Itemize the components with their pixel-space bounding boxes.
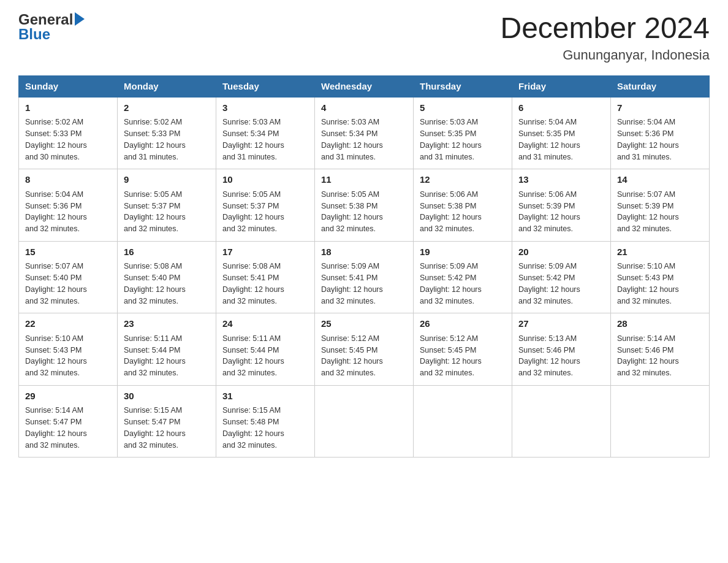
sunrise-label: Sunrise: 5:06 AM <box>420 190 478 199</box>
day-number: 18 <box>321 245 407 259</box>
daylight-label: Daylight: 12 hours <box>518 285 580 294</box>
day-number: 5 <box>420 101 506 115</box>
day-number: 25 <box>321 317 407 331</box>
daylight-label: Daylight: 12 hours <box>25 357 87 366</box>
calendar-week-row: 22 Sunrise: 5:10 AM Sunset: 5:43 PM Dayl… <box>19 313 710 386</box>
daylight-label: Daylight: 12 hours <box>222 213 284 221</box>
daylight-label: Daylight: 12 hours <box>124 141 186 150</box>
sunset-label: Sunset: 5:43 PM <box>617 274 673 282</box>
daylight-label: Daylight: 12 hours <box>222 285 284 294</box>
sunrise-label: Sunrise: 5:05 AM <box>222 190 281 199</box>
daylight-cont: and 31 minutes. <box>420 153 474 161</box>
sunrise-label: Sunrise: 5:04 AM <box>518 118 577 126</box>
day-number: 19 <box>420 245 506 259</box>
logo-blue-text: Blue <box>18 27 50 42</box>
day-number: 2 <box>124 101 210 115</box>
daylight-label: Daylight: 12 hours <box>518 141 580 150</box>
daylight-cont: and 32 minutes. <box>321 369 376 377</box>
calendar-cell: 4 Sunrise: 5:03 AM Sunset: 5:34 PM Dayli… <box>315 97 414 169</box>
daylight-label: Daylight: 12 hours <box>25 429 87 438</box>
daylight-cont: and 32 minutes. <box>25 297 80 305</box>
sunrise-label: Sunrise: 5:07 AM <box>617 190 675 199</box>
calendar-cell: 24 Sunrise: 5:11 AM Sunset: 5:44 PM Dayl… <box>216 313 315 386</box>
calendar-cell: 11 Sunrise: 5:05 AM Sunset: 5:38 PM Dayl… <box>315 169 414 242</box>
sunset-label: Sunset: 5:48 PM <box>222 418 279 426</box>
calendar-cell: 12 Sunrise: 5:06 AM Sunset: 5:38 PM Dayl… <box>414 169 512 242</box>
sunrise-label: Sunrise: 5:03 AM <box>321 118 379 126</box>
sunset-label: Sunset: 5:40 PM <box>124 274 180 282</box>
daylight-label: Daylight: 12 hours <box>321 141 383 150</box>
daylight-cont: and 32 minutes. <box>222 441 277 450</box>
sunset-label: Sunset: 5:35 PM <box>518 129 575 138</box>
daylight-cont: and 32 minutes. <box>617 224 672 233</box>
header-cell-sunday: Sunday <box>19 75 118 97</box>
daylight-cont: and 32 minutes. <box>321 297 376 305</box>
header-cell-thursday: Thursday <box>414 75 512 97</box>
calendar-cell: 22 Sunrise: 5:10 AM Sunset: 5:43 PM Dayl… <box>19 313 118 386</box>
daylight-label: Daylight: 12 hours <box>617 213 679 221</box>
header-cell-wednesday: Wednesday <box>315 75 414 97</box>
calendar-cell: 10 Sunrise: 5:05 AM Sunset: 5:37 PM Dayl… <box>216 169 315 242</box>
day-number: 21 <box>617 245 703 259</box>
sunrise-label: Sunrise: 5:08 AM <box>222 262 281 270</box>
calendar-week-row: 15 Sunrise: 5:07 AM Sunset: 5:40 PM Dayl… <box>19 241 710 313</box>
sunset-label: Sunset: 5:47 PM <box>124 418 180 426</box>
logo-arrow-icon <box>75 12 85 26</box>
sunset-label: Sunset: 5:38 PM <box>321 202 377 210</box>
day-number: 20 <box>518 245 604 259</box>
sunset-label: Sunset: 5:38 PM <box>420 202 476 210</box>
sunrise-label: Sunrise: 5:02 AM <box>25 118 83 126</box>
sunset-label: Sunset: 5:33 PM <box>124 129 180 138</box>
calendar-cell: 19 Sunrise: 5:09 AM Sunset: 5:42 PM Dayl… <box>414 241 512 313</box>
month-title: December 2024 <box>500 12 710 45</box>
daylight-cont: and 32 minutes. <box>25 224 80 233</box>
sunrise-label: Sunrise: 5:11 AM <box>124 334 182 343</box>
location-subtitle: Gununganyar, Indonesia <box>500 47 710 63</box>
daylight-label: Daylight: 12 hours <box>321 357 383 366</box>
sunrise-label: Sunrise: 5:15 AM <box>222 406 281 415</box>
calendar-week-row: 29 Sunrise: 5:14 AM Sunset: 5:47 PM Dayl… <box>19 385 710 458</box>
daylight-label: Daylight: 12 hours <box>617 141 679 150</box>
sunset-label: Sunset: 5:42 PM <box>420 274 476 282</box>
day-number: 12 <box>420 173 506 187</box>
day-number: 3 <box>222 101 308 115</box>
calendar-cell: 6 Sunrise: 5:04 AM Sunset: 5:35 PM Dayli… <box>512 97 611 169</box>
daylight-cont: and 32 minutes. <box>124 441 178 450</box>
sunset-label: Sunset: 5:45 PM <box>321 346 377 354</box>
sunset-label: Sunset: 5:44 PM <box>222 346 279 354</box>
logo: General Blue <box>18 12 85 42</box>
daylight-cont: and 32 minutes. <box>124 297 178 305</box>
sunrise-label: Sunrise: 5:09 AM <box>518 262 577 270</box>
calendar-cell: 23 Sunrise: 5:11 AM Sunset: 5:44 PM Dayl… <box>118 313 216 386</box>
calendar-cell: 26 Sunrise: 5:12 AM Sunset: 5:45 PM Dayl… <box>414 313 512 386</box>
calendar-cell: 18 Sunrise: 5:09 AM Sunset: 5:41 PM Dayl… <box>315 241 414 313</box>
calendar-body: 1 Sunrise: 5:02 AM Sunset: 5:33 PM Dayli… <box>19 97 710 458</box>
daylight-label: Daylight: 12 hours <box>124 213 186 221</box>
day-number: 13 <box>518 173 604 187</box>
day-number: 29 <box>25 389 111 404</box>
sunrise-label: Sunrise: 5:05 AM <box>321 190 379 199</box>
daylight-label: Daylight: 12 hours <box>420 141 482 150</box>
calendar-cell: 9 Sunrise: 5:05 AM Sunset: 5:37 PM Dayli… <box>118 169 216 242</box>
day-number: 17 <box>222 245 308 259</box>
sunset-label: Sunset: 5:34 PM <box>222 129 279 138</box>
calendar-cell: 25 Sunrise: 5:12 AM Sunset: 5:45 PM Dayl… <box>315 313 414 386</box>
daylight-cont: and 32 minutes. <box>518 297 573 305</box>
daylight-cont: and 31 minutes. <box>321 153 376 161</box>
calendar-cell: 30 Sunrise: 5:15 AM Sunset: 5:47 PM Dayl… <box>118 385 216 458</box>
sunset-label: Sunset: 5:42 PM <box>518 274 575 282</box>
sunrise-label: Sunrise: 5:04 AM <box>617 118 675 126</box>
daylight-cont: and 32 minutes. <box>25 441 80 450</box>
sunset-label: Sunset: 5:35 PM <box>420 129 476 138</box>
daylight-cont: and 32 minutes. <box>222 297 277 305</box>
day-number: 27 <box>518 317 604 331</box>
sunset-label: Sunset: 5:40 PM <box>25 274 82 282</box>
sunrise-label: Sunrise: 5:07 AM <box>25 262 83 270</box>
calendar-cell <box>611 385 710 458</box>
calendar-cell: 15 Sunrise: 5:07 AM Sunset: 5:40 PM Dayl… <box>19 241 118 313</box>
daylight-label: Daylight: 12 hours <box>222 429 284 438</box>
daylight-label: Daylight: 12 hours <box>617 357 679 366</box>
calendar-cell: 13 Sunrise: 5:06 AM Sunset: 5:39 PM Dayl… <box>512 169 611 242</box>
daylight-label: Daylight: 12 hours <box>420 357 482 366</box>
sunset-label: Sunset: 5:39 PM <box>518 202 575 210</box>
